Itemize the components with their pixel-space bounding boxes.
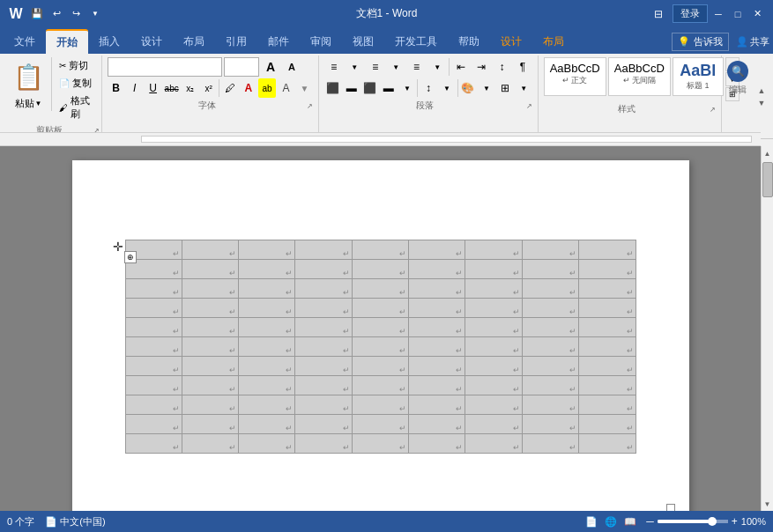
maximize-button[interactable]: □ xyxy=(729,5,747,23)
para-expand-icon[interactable]: ↗ xyxy=(526,102,532,110)
table-cell[interactable] xyxy=(409,260,465,279)
vertical-scrollbar[interactable]: ▲ ▼ xyxy=(761,146,773,511)
line-spacing-dropdown[interactable]: ▼ xyxy=(438,78,455,98)
align-right-button[interactable]: ⬛ xyxy=(361,78,378,98)
styles-expand-icon[interactable]: ↗ xyxy=(710,106,716,114)
zoom-out-button[interactable]: ─ xyxy=(646,515,654,528)
ribbon-scroll-up[interactable]: ▲ xyxy=(755,85,768,97)
table-cell[interactable] xyxy=(295,376,352,395)
table-cell[interactable] xyxy=(465,357,522,376)
style-nospace[interactable]: AaBbCcD ↵ 无间隔 xyxy=(608,57,671,96)
table-cell[interactable] xyxy=(579,240,635,260)
numbered-dropdown-button[interactable]: ▼ xyxy=(386,57,405,77)
table-cell[interactable] xyxy=(182,434,238,454)
table-cell[interactable] xyxy=(522,240,578,260)
table-cell[interactable] xyxy=(295,240,352,260)
table-cell[interactable] xyxy=(522,395,578,415)
font-color-button[interactable]: A xyxy=(240,78,256,98)
tab-mailings[interactable]: 邮件 xyxy=(257,29,300,54)
tab-insert[interactable]: 插入 xyxy=(88,29,130,54)
table-cell[interactable] xyxy=(579,299,635,318)
strikethrough-button[interactable]: abc xyxy=(163,78,180,98)
zoom-thumb[interactable] xyxy=(708,517,717,526)
table-cell[interactable] xyxy=(352,434,408,454)
table-cell[interactable] xyxy=(295,260,352,279)
table-cell[interactable] xyxy=(465,240,522,260)
tab-review[interactable]: 审阅 xyxy=(300,29,342,54)
font-row2-more[interactable]: ▼ xyxy=(296,78,313,98)
table-cell[interactable] xyxy=(522,279,578,299)
tab-table-layout[interactable]: 布局 xyxy=(532,29,575,54)
tab-file[interactable]: 文件 xyxy=(4,29,46,54)
table-cell[interactable] xyxy=(465,279,522,299)
table-cell[interactable] xyxy=(125,434,182,454)
table-cell[interactable] xyxy=(579,357,635,376)
table-cell[interactable] xyxy=(125,357,182,376)
tab-layout[interactable]: 布局 xyxy=(173,29,215,54)
table-cell[interactable] xyxy=(522,434,578,454)
table-cell[interactable] xyxy=(182,395,238,415)
style-h1[interactable]: AaBl 标题 1 xyxy=(673,57,724,96)
table-cell[interactable] xyxy=(125,279,182,299)
tab-help[interactable]: 帮助 xyxy=(448,29,490,54)
table-cell[interactable] xyxy=(239,376,295,395)
underline-button[interactable]: U xyxy=(145,78,161,98)
table-cell[interactable] xyxy=(295,337,352,357)
text-effect-button[interactable]: A xyxy=(278,78,294,98)
table-cell[interactable] xyxy=(409,376,465,395)
redo-button[interactable]: ↪ xyxy=(67,5,85,23)
table-cell[interactable] xyxy=(579,318,635,337)
tab-view[interactable]: 视图 xyxy=(342,29,384,54)
table-cell[interactable] xyxy=(522,376,578,395)
table-cell[interactable] xyxy=(409,240,465,260)
table-cell[interactable] xyxy=(239,299,295,318)
table-cell[interactable] xyxy=(522,260,578,279)
table-cell[interactable] xyxy=(125,415,182,434)
increase-indent-button[interactable]: ⇥ xyxy=(472,57,490,77)
table-cell[interactable] xyxy=(239,279,295,299)
increase-font-button[interactable]: A xyxy=(261,57,280,77)
table-cell[interactable] xyxy=(465,318,522,337)
table-cell[interactable] xyxy=(579,337,635,357)
search-button[interactable]: 🔍 xyxy=(727,61,748,82)
table-cell[interactable] xyxy=(295,279,352,299)
zoom-slider[interactable] xyxy=(658,520,728,523)
table-cell[interactable] xyxy=(579,415,635,434)
table-cell[interactable] xyxy=(579,376,635,395)
table-cell[interactable] xyxy=(125,376,182,395)
align-center-button[interactable]: ▬ xyxy=(343,78,360,98)
read-view-button[interactable]: 📖 xyxy=(621,514,639,529)
table-cell[interactable] xyxy=(465,337,522,357)
table-cell[interactable] xyxy=(295,395,352,415)
border-dropdown[interactable]: ▼ xyxy=(516,78,532,98)
table-cell[interactable] xyxy=(522,318,578,337)
zoom-in-button[interactable]: + xyxy=(732,515,738,528)
table-cell[interactable] xyxy=(125,337,182,357)
table-cell[interactable] xyxy=(579,260,635,279)
decrease-font-button[interactable]: A xyxy=(282,57,301,77)
table-cell[interactable] xyxy=(465,434,522,454)
bold-button[interactable]: B xyxy=(108,78,124,98)
table-cell[interactable] xyxy=(465,395,522,415)
table-cell[interactable] xyxy=(182,337,238,357)
table-cell[interactable] xyxy=(522,299,578,318)
line-spacing-button[interactable]: ↕ xyxy=(420,78,436,98)
style-normal[interactable]: AaBbCcD ↵ 正文 xyxy=(544,57,606,96)
table-cell[interactable] xyxy=(182,357,238,376)
scroll-down-button[interactable]: ▼ xyxy=(762,497,774,511)
table-cell[interactable] xyxy=(352,376,408,395)
web-view-button[interactable]: 🌐 xyxy=(602,514,620,529)
table-resize-handle[interactable] xyxy=(666,504,675,511)
table-cell[interactable] xyxy=(352,299,408,318)
paste-dropdown[interactable]: 粘贴 ▼ xyxy=(12,96,45,111)
ribbon-scroll-down[interactable]: ▼ xyxy=(755,97,768,109)
table-cell[interactable] xyxy=(409,279,465,299)
table-cell[interactable] xyxy=(465,299,522,318)
show-marks-button[interactable]: ¶ xyxy=(513,57,531,77)
table-cell[interactable] xyxy=(239,415,295,434)
close-button[interactable]: ✕ xyxy=(748,5,766,23)
highlight-button[interactable]: ab xyxy=(258,78,276,98)
table-cell[interactable] xyxy=(182,260,238,279)
table-cell[interactable] xyxy=(465,376,522,395)
table-icon[interactable]: ⊟ xyxy=(648,5,669,23)
